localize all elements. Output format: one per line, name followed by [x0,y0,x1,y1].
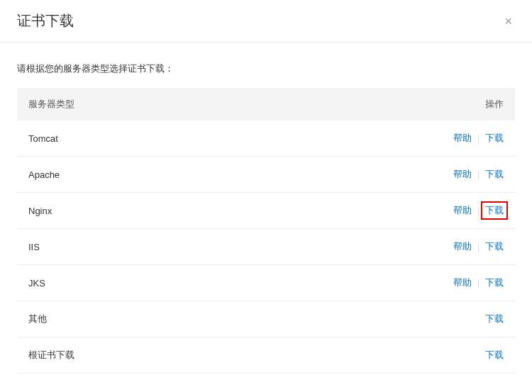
help-link[interactable]: 帮助 [453,240,472,253]
server-name: Apache [28,169,60,180]
dialog-header: 证书下载 × [0,0,532,43]
table-row: 根证书下载下载 [17,337,515,374]
help-link[interactable]: 帮助 [453,276,472,289]
row-actions: 下载 [485,349,504,362]
row-actions: 帮助|下载 [453,276,504,289]
header-server-type: 服务器类型 [28,98,74,111]
download-link[interactable]: 下载 [485,276,504,289]
table-row: IIS帮助|下载 [17,229,515,265]
table-row: Tomcat帮助|下载 [17,121,515,157]
divider: | [477,133,480,143]
help-link[interactable]: 帮助 [453,204,472,217]
server-name: IIS [28,242,40,252]
row-actions: 帮助|下载 [453,132,504,145]
download-link[interactable]: 下载 [485,313,504,325]
table-row: JKS帮助|下载 [17,265,515,301]
certificate-download-dialog: 证书下载 × 请根据您的服务器类型选择证书下载： 服务器类型 操作 Tomcat… [0,0,532,392]
download-link[interactable]: 下载 [485,349,504,362]
table-header: 服务器类型 操作 [17,88,515,121]
row-actions: 帮助|下载 [453,204,504,217]
row-actions: 下载 [485,313,504,325]
download-link[interactable]: 下载 [485,132,504,145]
dialog-body: 请根据您的服务器类型选择证书下载： 服务器类型 操作 Tomcat帮助|下载Ap… [0,43,532,374]
row-actions: 帮助|下载 [453,240,504,253]
server-table: 服务器类型 操作 Tomcat帮助|下载Apache帮助|下载Nginx帮助|下… [17,88,515,374]
dialog-title: 证书下载 [17,11,74,30]
divider: | [477,242,480,252]
download-link[interactable]: 下载 [481,201,508,220]
table-row: 其他下载 [17,301,515,337]
server-name: Tomcat [28,133,58,144]
server-name: JKS [28,278,45,289]
divider: | [477,278,480,288]
help-link[interactable]: 帮助 [453,132,472,145]
help-link[interactable]: 帮助 [453,168,472,181]
divider: | [477,169,480,179]
instruction-text: 请根据您的服务器类型选择证书下载： [17,62,515,75]
table-row: Apache帮助|下载 [17,157,515,193]
server-name: Nginx [28,206,52,216]
server-name: 其他 [28,313,47,325]
divider: | [477,206,480,215]
row-actions: 帮助|下载 [453,168,504,181]
download-link[interactable]: 下载 [485,168,504,181]
server-name: 根证书下载 [28,349,74,362]
table-row: Nginx帮助|下载 [17,193,515,229]
header-operation: 操作 [485,98,504,111]
close-icon[interactable]: × [501,12,515,30]
download-link[interactable]: 下载 [485,240,504,253]
